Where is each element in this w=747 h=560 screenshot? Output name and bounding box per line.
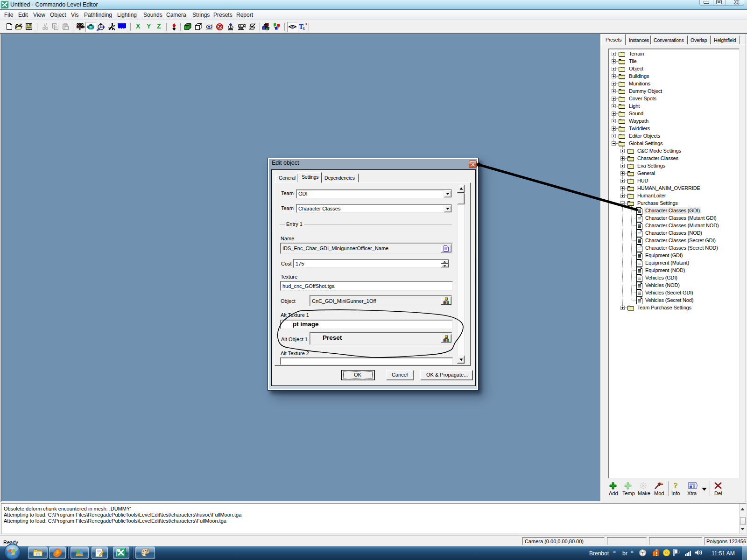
svg-text:Y: Y [147, 23, 151, 29]
svg-text:?: ? [674, 482, 678, 490]
svg-text:t: t [303, 25, 305, 30]
svg-text:Z: Z [157, 23, 161, 29]
svg-text:X: X [136, 23, 141, 29]
